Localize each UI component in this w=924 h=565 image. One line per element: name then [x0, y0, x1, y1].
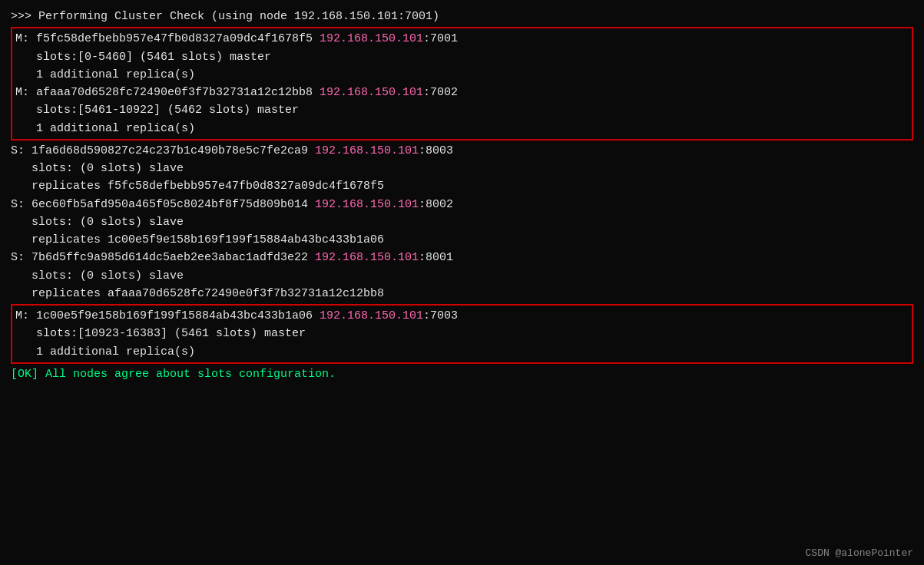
master-1-line2: slots:[0-5460] (5461 slots) master [15, 48, 909, 66]
master-1-line3: 1 additional replica(s) [15, 66, 909, 84]
slave-3-line1: S: 7b6d5ffc9a985d614dc5aeb2ee3abac1adfd3… [11, 249, 913, 266]
slave-2-line1: S: 6ec60fb5afd950a465f05c8024bf8f75d809b… [11, 196, 913, 213]
slave-1-line3: replicates f5fc58defbebb957e47fb0d8327a0… [11, 177, 913, 195]
master-2-line1: M: afaaa70d6528fc72490e0f3f7b32731a12c12… [15, 84, 909, 101]
watermark: CSDN @alonePointer [806, 547, 913, 559]
slave-3-line3: replicates afaaa70d6528fc72490e0f3f7b327… [11, 285, 913, 302]
master-3-line2: slots:[10923-16383] (5461 slots) master [15, 325, 909, 342]
master-2-line2: slots:[5461-10922] (5462 slots) master [15, 101, 909, 119]
red-box-master-3: M: 1c00e5f9e158b169f199f15884ab43bc433b1… [11, 304, 913, 364]
master-1-line1: M: f5fc58defbebb957e47fb0d8327a09dc4f167… [15, 30, 909, 48]
slave-3-line2: slots: (0 slots) slave [11, 267, 913, 285]
red-box-masters-1-2: M: f5fc58defbebb957e47fb0d8327a09dc4f167… [11, 27, 913, 140]
master-3-line1: M: 1c00e5f9e158b169f199f15884ab43bc433b1… [15, 307, 909, 325]
terminal: >>> Performing Cluster Check (using node… [0, 0, 924, 565]
ok-line: [OK] All nodes agree about slots configu… [11, 365, 913, 383]
slave-1-line2: slots: (0 slots) slave [11, 160, 913, 177]
master-2-line3: 1 additional replica(s) [15, 120, 909, 137]
master-3-line3: 1 additional replica(s) [15, 343, 909, 361]
slave-1-line1: S: 1fa6d68d590827c24c237b1c490b78e5c7fe2… [11, 142, 913, 160]
header-line: >>> Performing Cluster Check (using node… [11, 8, 913, 25]
slave-2-line2: slots: (0 slots) slave [11, 213, 913, 231]
slave-2-line3: replicates 1c00e5f9e158b169f199f15884ab4… [11, 231, 913, 249]
